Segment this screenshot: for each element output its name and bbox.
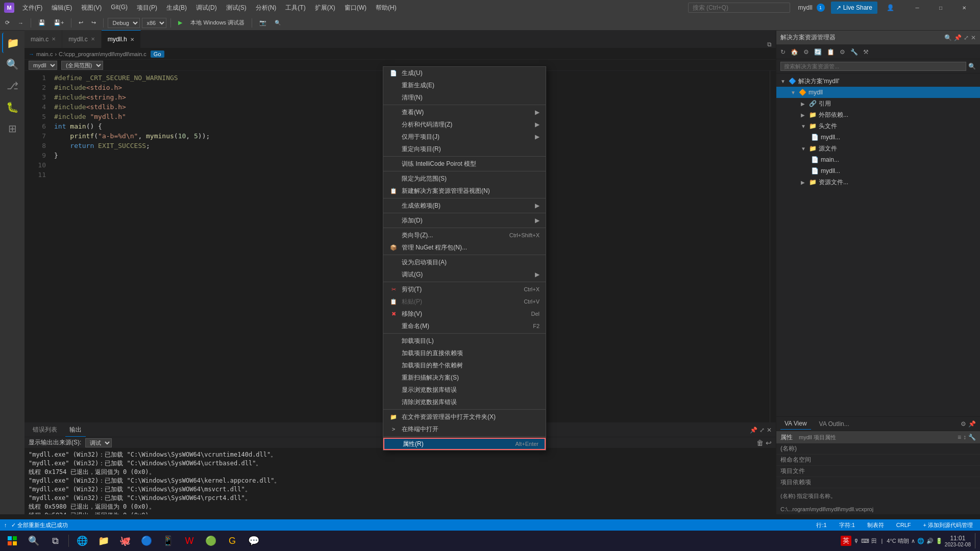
user-icon[interactable]: 👤	[884, 4, 897, 11]
clock[interactable]: 11:01 2023-02-08	[945, 535, 971, 547]
tree-mydll-h[interactable]: 📄 mydll...	[776, 132, 980, 143]
toolbar-saveall[interactable]: 💾+	[51, 18, 67, 27]
va-pin-icon[interactable]: 📌	[968, 420, 976, 428]
taskbar-edge[interactable]: 🌐	[72, 532, 92, 550]
search-input[interactable]	[688, 3, 790, 13]
live-share-button[interactable]: ↗ Live Share	[831, 2, 877, 14]
ctx-load-direct[interactable]: 加载项目的直接依赖项	[383, 347, 546, 359]
menu-extensions[interactable]: 扩展(X)	[311, 3, 339, 13]
menu-debug[interactable]: 调试(D)	[192, 3, 221, 13]
toolbar-back[interactable]: ⟳	[2, 18, 13, 27]
ctx-cut[interactable]: ✂ 剪切(T) Ctrl+X	[383, 283, 546, 295]
va-settings-icon[interactable]: ⚙	[961, 420, 966, 428]
search-taskbar-button[interactable]: 🔍	[23, 532, 44, 550]
taskbar-app-1[interactable]: 🐙	[115, 532, 135, 550]
solution-search-submit[interactable]: 🔍	[968, 63, 976, 70]
properties-list-icon[interactable]: ≡	[958, 434, 961, 441]
tab-main-c-close[interactable]: ✕	[52, 36, 56, 42]
menu-build[interactable]: 生成(B)	[162, 3, 191, 13]
ctx-load-full[interactable]: 加载项目的整个依赖树	[383, 359, 546, 371]
menu-help[interactable]: 帮助(H)	[372, 3, 401, 13]
output-source-dropdown[interactable]: 调试	[85, 438, 112, 447]
ctx-rebuild[interactable]: 重新生成(E)	[383, 79, 546, 91]
chevron-icon[interactable]: ∧	[911, 538, 915, 544]
bottom-expand-icon[interactable]: ⤢	[760, 427, 765, 434]
ctx-rename[interactable]: 重命名(M) F2	[383, 320, 546, 332]
menu-window[interactable]: 窗口(W)	[340, 3, 371, 13]
mic-icon[interactable]: 🎙	[853, 538, 859, 544]
ctx-add[interactable]: 添加(D) ▶	[383, 214, 546, 227]
maximize-button[interactable]: □	[929, 0, 952, 15]
ctx-rescan[interactable]: 重新扫描解决方案(S)	[383, 371, 546, 384]
toolbar-debug-tools[interactable]: 🔍	[272, 19, 284, 27]
taskbar-app-5[interactable]: 🟢	[201, 532, 221, 550]
ctx-open-terminal[interactable]: > 在终端中打开	[383, 423, 546, 435]
status-char[interactable]: 字符:1	[836, 521, 858, 529]
ctx-set-startup[interactable]: 设为启动项目(A)	[383, 256, 546, 268]
status-source-control[interactable]: + 添加到源代码管理	[920, 521, 976, 529]
tree-mydll-project[interactable]: ▼ 🔶 mydll	[776, 87, 980, 98]
breadcrumb-file[interactable]: main.c	[36, 51, 53, 57]
ctx-intellicode[interactable]: 训练 IntelliCode Poirot 模型	[383, 158, 546, 170]
menu-project[interactable]: 项目(P)	[133, 3, 161, 13]
toolbar-forward[interactable]: →	[15, 19, 27, 27]
va-tab-1[interactable]: VA View	[780, 418, 811, 430]
tree-mydll-c[interactable]: 📄 mydll...	[776, 165, 980, 177]
tab-mydll-c[interactable]: mydll.c ✕	[62, 30, 101, 48]
tab-mydll-h-close[interactable]: ✕	[130, 37, 134, 42]
taskbar-app-6[interactable]: G	[222, 532, 242, 550]
task-view-button[interactable]: ⧉	[45, 532, 65, 550]
activity-explorer[interactable]: 📁	[2, 33, 22, 53]
ctx-open-folder[interactable]: 📁 在文件资源管理器中打开文件夹(X)	[383, 411, 546, 423]
solution-search-icon[interactable]: 🔍	[944, 34, 952, 41]
ctx-project-only[interactable]: 仅用于项目(J) ▶	[383, 131, 546, 143]
menu-tools[interactable]: 工具(T)	[281, 3, 309, 13]
ctx-clean[interactable]: 清理(N)	[383, 91, 546, 104]
scope-dropdown-1[interactable]: mydll	[29, 61, 57, 70]
ctx-build[interactable]: 📄 生成(U)	[383, 67, 546, 79]
ctx-build-deps[interactable]: 生成依赖项(B) ▶	[383, 199, 546, 212]
vertical-scrollbar[interactable]	[770, 71, 776, 422]
ctx-debug[interactable]: 调试(G) ▶	[383, 268, 546, 281]
taskbar-app-3[interactable]: 📱	[158, 532, 178, 550]
activity-search[interactable]: 🔍	[2, 54, 22, 74]
taskbar-app-2[interactable]: 🔵	[136, 532, 157, 550]
menu-file[interactable]: 文件(F)	[18, 3, 46, 13]
status-spaces[interactable]: 制表符	[864, 521, 887, 529]
activity-git[interactable]: ⎇	[2, 76, 22, 96]
taskbar-app-7[interactable]: 💬	[243, 532, 264, 550]
battery-icon[interactable]: 🔋	[936, 538, 943, 544]
ctx-clear-browse[interactable]: 清除浏览数据库错误	[383, 396, 546, 408]
solution-expand-icon[interactable]: ⤢	[964, 34, 969, 41]
ctx-scope[interactable]: 限定为此范围(S)	[383, 172, 546, 185]
ctx-retarget[interactable]: 重定向项目(R)	[383, 143, 546, 155]
tree-solution[interactable]: ▼ 🔷 解决方案'mydll'	[776, 76, 980, 87]
ctx-analyze[interactable]: 分析和代码清理(Z) ▶	[383, 118, 546, 131]
tree-main-c[interactable]: 📄 main...	[776, 154, 980, 165]
bottom-pin-icon[interactable]: 📌	[750, 427, 757, 434]
solution-close-icon[interactable]: ✕	[971, 34, 976, 41]
keyboard-icon[interactable]: ⌨	[861, 538, 869, 544]
refresh-icon[interactable]: 🔄	[812, 47, 824, 57]
filter-icon[interactable]: ⚙	[801, 47, 811, 57]
split-editor-icon[interactable]: ⧉	[767, 41, 772, 48]
bottom-tab-errors[interactable]: 错误列表	[29, 423, 61, 436]
tab-mydll-h[interactable]: mydll.h ✕	[102, 30, 141, 48]
ctx-remove[interactable]: ✖ 移除(V) Del	[383, 308, 546, 320]
taskbar-app-4[interactable]: W	[179, 532, 200, 550]
run-label[interactable]: 本地 Windows 调试器	[187, 18, 248, 28]
tab-mydll-c-close[interactable]: ✕	[91, 36, 95, 42]
tree-external-deps[interactable]: ▶ 📁 外部依赖...	[776, 109, 980, 120]
debug-config-dropdown[interactable]: Debug	[108, 18, 140, 28]
ime-icon[interactable]: 英	[841, 536, 851, 546]
menu-git[interactable]: Git(G)	[107, 3, 132, 13]
menu-analyze[interactable]: 分析(N)	[252, 3, 281, 13]
wrench-icon[interactable]: ⚒	[861, 47, 871, 57]
network-icon[interactable]: 🌐	[917, 538, 924, 544]
tool-icon[interactable]: 🔧	[848, 47, 860, 57]
copy-icon[interactable]: 📋	[825, 47, 837, 57]
toolbar-camera[interactable]: 📷	[256, 18, 270, 27]
breadcrumb-go[interactable]: Go	[151, 51, 164, 58]
ctx-show-browse[interactable]: 显示浏览数据库错误	[383, 384, 546, 396]
sound-icon[interactable]: 🔊	[926, 538, 934, 544]
